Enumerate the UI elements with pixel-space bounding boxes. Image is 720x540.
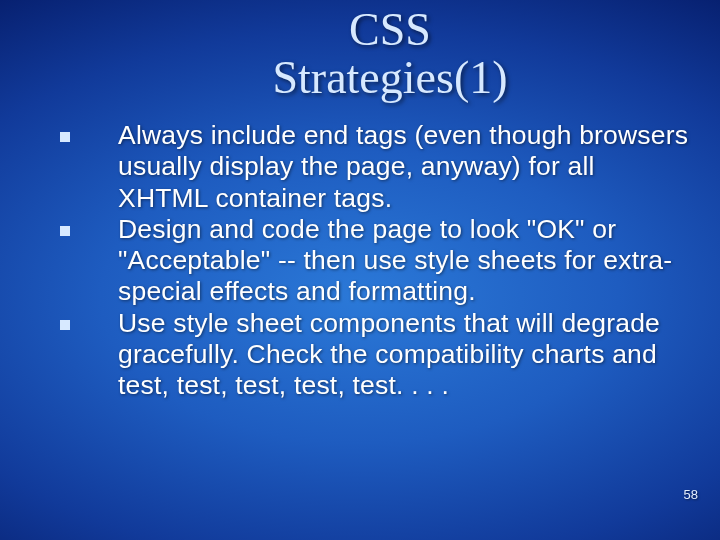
slide-title-line2: Strategies(1) [272,52,507,103]
square-bullet-icon [60,320,70,330]
page-number: 58 [684,487,698,502]
list-item: Design and code the page to look "OK" or… [60,214,690,308]
slide-title: CSS Strategies(1) [110,0,670,103]
list-item: Always include end tags (even though bro… [60,120,690,214]
slide-body: Always include end tags (even though bro… [60,120,690,401]
square-bullet-icon [60,132,70,142]
square-bullet-icon [60,226,70,236]
slide-title-line1: CSS [349,4,431,55]
bullet-text: Use style sheet components that will deg… [118,308,690,402]
list-item: Use style sheet components that will deg… [60,308,690,402]
bullet-text: Design and code the page to look "OK" or… [118,214,690,308]
bullet-text: Always include end tags (even though bro… [118,120,690,214]
